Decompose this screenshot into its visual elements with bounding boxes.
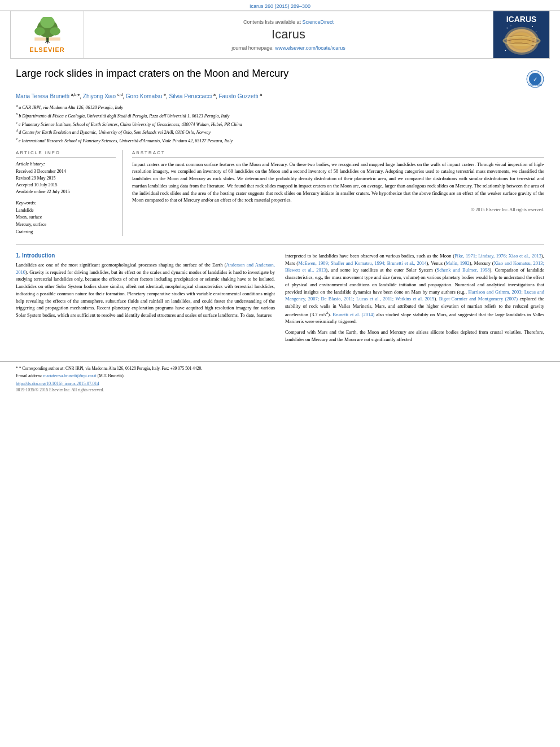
article-history: Article history: Received 3 December 201… <box>16 161 116 195</box>
ref-anderson[interactable]: Anderson and Anderson, 2010 <box>16 262 275 275</box>
ref-malin[interactable]: Malin, 1992 <box>446 260 470 266</box>
affiliations: a a CNR IRPI, via Madonna Alta 126, 0612… <box>16 103 544 144</box>
journal-homepage: journal homepage: www.elsevier.com/locat… <box>231 45 345 51</box>
svg-text:CrossMark: CrossMark <box>528 83 542 86</box>
affil-sup-e: e <box>164 93 166 97</box>
footnote-email: E-mail address: mariateresa.brunetti@irp… <box>16 373 544 379</box>
author-peruccacci: Silvia Peruccacci <box>169 93 212 99</box>
affiliation-c: c c Planetary Science Institute, School … <box>16 120 544 128</box>
abstract-column: ABSTRACT Impact craters are the most com… <box>132 150 544 236</box>
email-who: (M.T. Brunetti). <box>98 373 125 378</box>
ref-bigot[interactable]: Bigot-Cormier and Montgomery (2007) <box>439 296 518 302</box>
article-title: Large rock slides in impact craters on t… <box>16 68 520 80</box>
doi-link[interactable]: http://dx.doi.org/10.1016/j.icarus.2015.… <box>16 381 544 386</box>
page: Icarus 260 (2015) 289–300 <box>0 0 560 395</box>
contents-available-text: Contents lists available at ScienceDirec… <box>243 19 334 25</box>
body-content: 1. Introduction Landslides are one of th… <box>16 252 544 347</box>
article-info-column: ARTICLE INFO Article history: Received 3… <box>16 150 123 236</box>
email-link[interactable]: mariateresa.brunetti@irpi.cnr.it <box>43 373 97 378</box>
history-accepted: Accepted 10 July 2015 <box>16 182 116 189</box>
elsevier-logo: ELSEVIER <box>29 17 64 53</box>
icarus-planet-icon <box>502 24 541 55</box>
svg-point-17 <box>535 31 536 32</box>
history-revised: Revised 29 May 2015 <box>16 175 116 182</box>
abstract-label: ABSTRACT <box>132 150 544 158</box>
affil-sup-cd: c,d <box>117 93 123 97</box>
journal-header: ELSEVIER Contents lists available at Sci… <box>10 11 550 59</box>
keyword-landslide: Landslide <box>16 207 116 215</box>
article-title-row: Large rock slides in impact craters on t… <box>16 68 544 88</box>
history-received: Received 3 December 2014 <box>16 168 116 175</box>
icarus-logo: ICARUS <box>502 15 541 55</box>
crossmark-badge[interactable]: ✓ CrossMark <box>526 70 544 88</box>
svg-point-19 <box>510 25 511 26</box>
affiliation-a: a a CNR IRPI, via Madonna Alta 126, 0612… <box>16 103 544 111</box>
intro-para-2: interpreted to be landslides have been o… <box>285 252 544 325</box>
issn-line: 0019-1035/© 2015 Elsevier Inc. All right… <box>16 387 544 392</box>
author-komatsu: Goro Komatsu <box>126 93 162 99</box>
body-col-left: 1. Introduction Landslides are one of th… <box>16 252 275 347</box>
article-footer: * * Corresponding author at: CNR IRPI, v… <box>0 361 560 395</box>
keyword-mercury: Mercury, surface <box>16 221 116 229</box>
intro-heading: 1. Introduction <box>16 252 275 259</box>
intro-para-1: Landslides are one of the most significa… <box>16 261 275 319</box>
ref-pike[interactable]: Pike, 1971; Lindsay, 1976; Xiao et al., … <box>454 253 541 259</box>
authors-line: Maria Teresa Brunetti a,b,*, Zhiyong Xia… <box>16 93 544 99</box>
copyright-text: © 2015 Elsevier Inc. All rights reserved… <box>132 207 544 212</box>
history-available: Available online 22 July 2015 <box>16 189 116 195</box>
affiliation-b: b b Dipartimento di Fisica e Geologia, U… <box>16 111 544 120</box>
abstract-text: Impact craters are the most common surfa… <box>132 161 544 204</box>
author-guzzetti: Fausto Guzzetti <box>218 93 258 99</box>
footnote-corresponding: * * Corresponding author at: CNR IRPI, v… <box>16 365 544 372</box>
affil-sup-a2: a <box>213 93 216 97</box>
journal-title: Icarus <box>272 27 305 42</box>
svg-point-15 <box>506 28 508 29</box>
svg-point-18 <box>505 50 506 51</box>
ref-schenk[interactable]: Schenk and Bulmer, 1998 <box>436 267 489 273</box>
keyword-cratering: Cratering <box>16 229 116 236</box>
article-info-label: ARTICLE INFO <box>16 150 116 158</box>
top-banner: Icarus 260 (2015) 289–300 <box>0 0 560 11</box>
body-col-right: interpreted to be landslides have been o… <box>285 252 544 347</box>
ref-mcewen[interactable]: McEwen, 1989; Shaller and Komatsu, 1994;… <box>298 260 426 266</box>
svg-point-16 <box>532 26 533 27</box>
intro-para-3: Compared with Mars and the Earth, the Mo… <box>285 329 544 343</box>
section-divider <box>16 244 544 244</box>
icarus-logo-section: ICARUS <box>493 11 549 58</box>
author-xiao: Zhiyong Xiao <box>83 93 116 99</box>
keywords-title: Keywords: <box>16 200 116 206</box>
ref-brunetti-2014[interactable]: Brunetti et al. (2014) <box>333 312 374 317</box>
crossmark-icon: ✓ CrossMark <box>526 70 544 88</box>
email-label-text: E-mail address: <box>16 373 42 378</box>
history-title: Article history: <box>16 161 116 167</box>
journal-homepage-link[interactable]: www.elsevier.com/locate/icarus <box>275 45 345 51</box>
elsevier-tree-icon <box>30 17 64 45</box>
sciencedirect-link[interactable]: ScienceDirect <box>303 19 334 25</box>
svg-point-6 <box>46 38 49 40</box>
affil-sup-a: a,b, <box>71 93 78 97</box>
author-brunetti: Maria Teresa Brunetti <box>16 93 69 99</box>
article-info-abstract: ARTICLE INFO Article history: Received 3… <box>16 150 544 236</box>
svg-point-13 <box>511 32 532 49</box>
journal-reference: Icarus 260 (2015) 289–300 <box>250 3 310 9</box>
elsevier-logo-section: ELSEVIER <box>11 11 84 58</box>
journal-info-center: Contents lists available at ScienceDirec… <box>84 11 493 58</box>
article-content: Large rock slides in impact craters on t… <box>0 59 560 356</box>
affil-sup-a3: a <box>260 93 262 97</box>
affiliation-e: e e International Research School of Pla… <box>16 136 544 145</box>
elsevier-wordmark: ELSEVIER <box>29 46 64 53</box>
svg-text:✓: ✓ <box>533 76 537 82</box>
affiliation-d: d d Centre for Earth Evolution and Dynam… <box>16 128 544 136</box>
icarus-logo-text: ICARUS <box>506 15 537 24</box>
keyword-moon: Moon, surface <box>16 214 116 221</box>
svg-point-3 <box>34 27 45 36</box>
svg-point-4 <box>50 27 60 36</box>
